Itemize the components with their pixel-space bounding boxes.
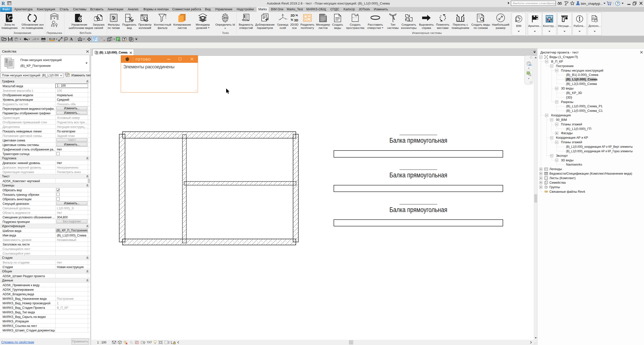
- svg-text:3D виды: 3D виды: [561, 159, 574, 162]
- svg-text:Виды (1_Стадия П): Виды (1_Стадия П): [549, 55, 578, 59]
- svg-text:(B)_B1(-3.000)_Схема: (B)_B1(-3.000)_Схема: [566, 73, 598, 77]
- svg-text:Легенды: Легенды: [549, 167, 562, 171]
- svg-text:(B)_L1(0.000)_Схема_C1: (B)_L1(0.000)_Схема_C1: [566, 109, 603, 113]
- svg-text:Построение: Построение: [556, 64, 574, 68]
- svg-text:1: 1: [65, 38, 66, 40]
- svg-text:(B)_KP_3D: (B)_KP_3D: [566, 91, 582, 95]
- svg-text:(B)_L2(3.000)_Схема: (B)_L2(3.000)_Схема: [566, 82, 597, 86]
- svg-text:Семейства: Семейства: [549, 181, 566, 184]
- svg-text:Листы (Комплект): Листы (Комплект): [549, 176, 576, 180]
- svg-text:2D: 2D: [529, 64, 532, 66]
- svg-text:Navisworks: Navisworks: [566, 163, 582, 166]
- svg-text:?: ?: [617, 2, 619, 5]
- svg-text:(K)_L1(0.000)_ГП: (K)_L1(0.000)_ГП: [566, 127, 591, 131]
- svg-text:Группы: Группы: [549, 185, 560, 189]
- svg-text:Z: Z: [279, 19, 279, 21]
- svg-text:Координация: Координация: [551, 114, 571, 117]
- svg-text:Разрезы: Разрезы: [561, 100, 573, 104]
- svg-text:ID: ID: [224, 17, 226, 19]
- svg-text:Экспорт: Экспорт: [556, 154, 568, 158]
- svg-text:Связанные файлы Revit: Связанные файлы Revit: [549, 190, 585, 193]
- svg-text:(B)_L1(0.000)_Схема_P1: (B)_L1(0.000)_Схема_P1: [566, 105, 602, 108]
- svg-text:Балка прямоугольная: Балка прямоугольная: [389, 171, 447, 179]
- svg-text:(B)_L1(0.000)_координация АР и: (B)_L1(0.000)_координация АР и КР_Верт э…: [566, 145, 633, 149]
- svg-text:Балка прямоугольная: Балка прямоугольная: [389, 137, 447, 144]
- svg-text:Координация АР и КР: Координация АР и КР: [556, 136, 588, 139]
- svg-text:Планы этажей: Планы этажей: [561, 123, 582, 126]
- svg-text:2D: 2D: [291, 14, 295, 17]
- svg-text:(B)_L1(0.000)_Схема: (B)_L1(0.000)_Схема: [566, 78, 598, 81]
- svg-text:Y: Y: [282, 14, 283, 15]
- svg-text:В_П_КР: В_П_КР: [551, 60, 563, 63]
- svg-text:Планы этажей: Планы этажей: [561, 140, 582, 144]
- svg-text:Планы несущих конструкций: Планы несущих конструкций: [561, 69, 603, 72]
- svg-text:3D виды: 3D виды: [561, 87, 574, 90]
- svg-text:Фасады: Фасады: [561, 131, 573, 135]
- svg-text:Ведомости/Спецификации (Компле: Ведомости/Спецификации (Комплект/Назначе…: [549, 172, 632, 175]
- svg-text:(B)_L1(0.000)_координация АР и: (B)_L1(0.000)_координация АР и КР_Гориз …: [566, 150, 633, 153]
- svg-text:00_BIM: 00_BIM: [556, 118, 567, 122]
- svg-text:{3D}: {3D}: [566, 96, 572, 99]
- svg-text:Балка прямоугольная: Балка прямоугольная: [389, 206, 447, 214]
- svg-text:R: R: [2, 1, 5, 6]
